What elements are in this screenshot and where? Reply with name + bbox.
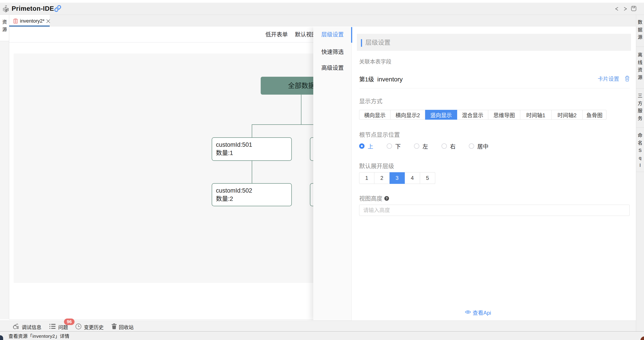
svg-text:?: ? (386, 197, 388, 200)
